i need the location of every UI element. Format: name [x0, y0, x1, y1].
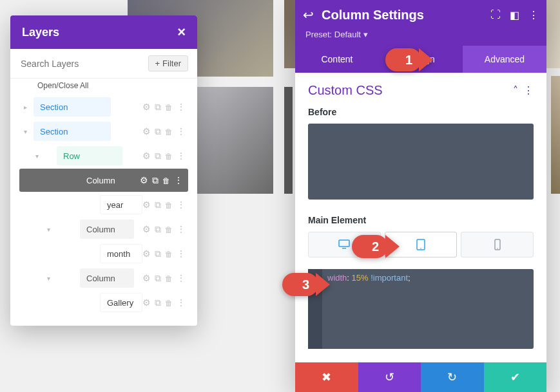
trash-icon[interactable] — [165, 126, 173, 136]
filter-label: Filter — [162, 59, 181, 68]
tree-node-column[interactable]: ▾ Column — [19, 218, 188, 241]
preset-select[interactable]: Preset: Default ▾ — [295, 30, 546, 46]
leaf-label[interactable]: month — [100, 244, 142, 263]
code-colon: : — [347, 273, 351, 283]
dots-icon[interactable] — [177, 102, 186, 112]
dots-icon[interactable] — [177, 248, 186, 259]
cancel-button[interactable]: ✖ — [295, 362, 358, 392]
layers-title: Layers — [22, 26, 59, 39]
row-label[interactable]: Row — [57, 146, 122, 165]
column-label[interactable]: Column — [80, 219, 134, 239]
toggle-icon[interactable]: ▾ — [43, 275, 54, 282]
gear-icon[interactable] — [140, 175, 148, 185]
duplicate-icon[interactable] — [155, 126, 161, 137]
plus-icon: + — [155, 59, 160, 68]
toggle-icon[interactable]: ▾ — [19, 128, 31, 135]
filter-button[interactable]: +Filter — [148, 55, 188, 71]
tree-node-section[interactable]: ▾ Section — [19, 120, 188, 143]
gear-icon[interactable] — [142, 248, 151, 259]
dots-icon[interactable] — [177, 126, 186, 136]
gear-icon[interactable] — [142, 273, 151, 283]
tree-node-row[interactable]: ▾ Row — [19, 144, 188, 167]
callout-number: 2 — [372, 239, 379, 254]
main-element-code-input[interactable]: 1 width: 15% !important; — [308, 269, 534, 349]
columns-icon[interactable]: ◧ — [510, 9, 519, 21]
trash-icon[interactable] — [165, 224, 173, 234]
toggle-icon[interactable]: ▸ — [19, 104, 31, 111]
trash-icon[interactable] — [165, 297, 173, 308]
collapse-icon[interactable]: ˄ — [513, 84, 518, 97]
dots-icon[interactable] — [177, 224, 186, 234]
duplicate-icon[interactable] — [155, 200, 161, 210]
section-custom-css[interactable]: Custom CSS ˄ ⋮ — [308, 83, 534, 98]
redo-button[interactable]: ↻ — [421, 362, 484, 392]
dots-icon[interactable] — [174, 175, 183, 185]
column-label[interactable]: Column — [80, 171, 134, 190]
code-semi: ; — [408, 273, 410, 283]
device-phone[interactable] — [461, 232, 534, 257]
section-label[interactable]: Section — [34, 97, 111, 117]
close-icon[interactable]: × — [177, 24, 186, 41]
save-button[interactable]: ✔ — [484, 362, 547, 392]
toggle-icon[interactable]: ▾ — [43, 226, 54, 233]
settings-title: Column Settings — [322, 8, 490, 23]
code-important: !important — [371, 273, 408, 283]
column-label[interactable]: Column — [80, 268, 134, 288]
settings-body: Custom CSS ˄ ⋮ Before Main Element 1 wid… — [295, 73, 546, 357]
gear-icon[interactable] — [142, 102, 151, 112]
gear-icon[interactable] — [142, 297, 151, 308]
search-input[interactable] — [21, 59, 148, 69]
undo-button[interactable]: ↺ — [358, 362, 421, 392]
duplicate-icon[interactable] — [152, 175, 159, 186]
tree-node-column[interactable]: ▾ Column — [19, 266, 188, 290]
tree-node-leaf[interactable]: year — [19, 193, 188, 216]
leaf-label[interactable]: Gallery — [100, 293, 142, 312]
tree-node-section[interactable]: ▸ Section — [19, 95, 188, 118]
duplicate-icon[interactable] — [155, 273, 161, 284]
duplicate-icon[interactable] — [155, 102, 161, 113]
duplicate-icon[interactable] — [155, 224, 161, 235]
tree-node-leaf[interactable]: Gallery — [19, 291, 188, 314]
bg-image — [284, 87, 293, 194]
gear-icon[interactable] — [142, 126, 151, 136]
dots-icon[interactable]: ⋮ — [528, 9, 539, 21]
main-element-label: Main Element — [308, 215, 534, 225]
dots-icon[interactable] — [177, 273, 186, 283]
trash-icon[interactable] — [165, 248, 173, 259]
code-value: 15% — [352, 273, 369, 283]
tab-advanced[interactable]: Advanced — [463, 46, 546, 73]
callout-3: 3 — [282, 273, 318, 296]
section-title: Custom CSS — [308, 83, 383, 98]
trash-icon[interactable] — [165, 151, 173, 161]
duplicate-icon[interactable] — [155, 297, 161, 308]
dots-icon[interactable]: ⋮ — [523, 84, 534, 97]
callout-number: 1 — [405, 53, 412, 68]
dots-icon[interactable] — [177, 200, 186, 210]
gear-icon[interactable] — [142, 151, 151, 161]
trash-icon[interactable] — [165, 200, 173, 210]
section-label[interactable]: Section — [34, 122, 111, 141]
trash-icon[interactable] — [165, 102, 173, 112]
leaf-label[interactable]: year — [100, 195, 142, 214]
trash-icon[interactable] — [165, 273, 173, 283]
svg-point-3 — [420, 248, 421, 249]
duplicate-icon[interactable] — [155, 151, 161, 162]
action-bar: ✖ ↺ ↻ ✔ — [295, 362, 546, 392]
before-code-input[interactable] — [308, 124, 534, 200]
back-icon[interactable]: ↩ — [303, 7, 314, 23]
tree-node-column-active[interactable]: Column — [19, 169, 188, 192]
layers-panel: Layers × +Filter Open/Close All ▸ Sectio… — [10, 15, 197, 326]
trash-icon[interactable] — [162, 175, 170, 185]
before-label: Before — [308, 107, 534, 117]
duplicate-icon[interactable] — [155, 248, 161, 259]
gear-icon[interactable] — [142, 224, 151, 234]
tab-content[interactable]: Content — [295, 46, 379, 73]
toggle-icon[interactable]: ▾ — [31, 153, 43, 160]
callout-number: 3 — [302, 277, 309, 292]
gear-icon[interactable] — [142, 200, 151, 210]
open-close-all[interactable]: Open/Close All — [10, 79, 197, 95]
dots-icon[interactable] — [177, 297, 186, 308]
dots-icon[interactable] — [177, 151, 186, 161]
tree-node-leaf[interactable]: month — [19, 242, 188, 265]
expand-icon[interactable]: ⛶ — [490, 9, 501, 21]
